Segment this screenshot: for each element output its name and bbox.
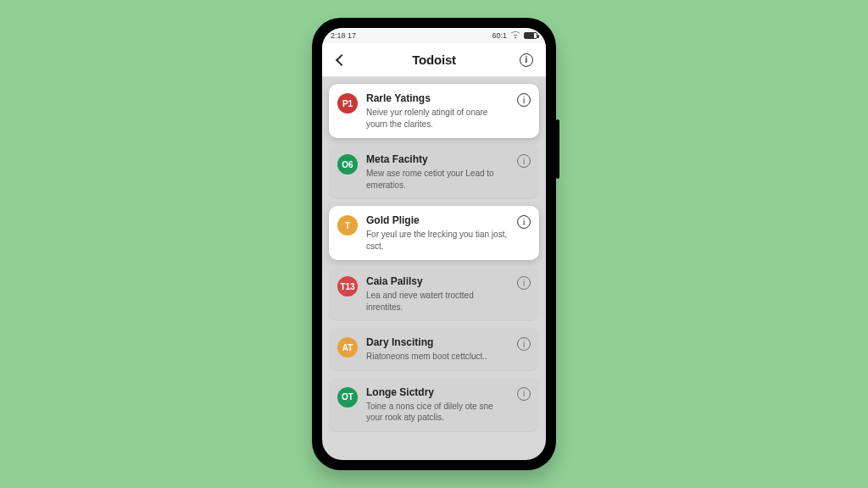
item-info-button[interactable]: i [517, 154, 531, 168]
item-title: Rarle Yatings [366, 92, 509, 104]
list-item[interactable]: OTLonge SictdryToine a nons cice of dile… [329, 378, 539, 432]
wifi-icon [510, 31, 520, 41]
item-text: Caia PalilsyLea and rieve watert troctte… [366, 275, 509, 313]
item-title: Caia Palilsy [366, 275, 509, 287]
avatar: P1 [337, 93, 358, 114]
page-title: Todoist [412, 53, 456, 67]
item-info-button[interactable]: i [517, 93, 531, 107]
item-subtitle: Neive yur rolenly atingit of onare yourn… [366, 107, 509, 130]
status-right: 60:1 [492, 31, 537, 41]
status-bar: 2:18 17 60:1 [322, 28, 546, 43]
item-info-button[interactable]: i [517, 337, 531, 351]
item-info-button[interactable]: i [517, 387, 531, 401]
item-text: Longe SictdryToine a nons cice of dilely… [366, 386, 509, 424]
battery-icon [524, 32, 537, 39]
item-title: Meta Facihty [366, 153, 509, 165]
info-icon: i [523, 340, 525, 349]
item-text: Dary InscitingRiatoneons mem boot cettcl… [366, 336, 509, 363]
app-header: Todoist i [322, 43, 546, 77]
item-subtitle: Lea and rieve watert troctted inrentites… [366, 290, 509, 313]
item-subtitle: For yeul ure the lrecking you tian jost,… [366, 229, 509, 252]
item-subtitle: Toine a nons cice of dilely ote sne your… [366, 401, 509, 424]
avatar: O6 [337, 154, 358, 175]
item-title: Dary Insciting [366, 336, 509, 348]
item-info-button[interactable]: i [517, 215, 531, 229]
avatar: OT [337, 387, 358, 408]
item-text: Meta FacihtyMew ase rome cetiot your Lea… [366, 153, 509, 191]
phone-frame: 2:18 17 60:1 Todoist i P1Rarle YatingsNe… [312, 18, 556, 470]
item-title: Longe Sictdry [366, 386, 509, 398]
item-title: Gold Pligie [366, 214, 509, 226]
avatar: T13 [337, 276, 358, 297]
avatar: T [337, 215, 358, 236]
item-info-button[interactable]: i [517, 276, 531, 290]
status-net: 60:1 [492, 31, 507, 40]
item-subtitle: Mew ase rome cetiot your Lead to emerati… [366, 168, 509, 191]
list-item[interactable]: O6Meta FacihtyMew ase rome cetiot your L… [329, 145, 539, 199]
info-icon: i [523, 389, 525, 398]
info-icon: i [523, 279, 525, 288]
back-button[interactable] [331, 49, 353, 71]
task-list: P1Rarle YatingsNeive yur rolenly atingit… [322, 77, 546, 460]
info-icon: i [523, 96, 525, 105]
status-time: 2:18 17 [331, 31, 356, 40]
list-item[interactable]: TGold PligieFor yeul ure the lrecking yo… [329, 206, 539, 260]
list-item[interactable]: T13Caia PalilsyLea and rieve watert troc… [329, 267, 539, 321]
info-icon: i [520, 53, 533, 67]
phone-side-button [556, 119, 559, 179]
list-item[interactable]: ATDary InscitingRiatoneons mem boot cett… [329, 328, 539, 371]
info-icon: i [523, 157, 525, 166]
item-text: Rarle YatingsNeive yur rolenly atingit o… [366, 92, 509, 130]
chevron-left-icon [336, 53, 348, 65]
list-item[interactable]: P1Rarle YatingsNeive yur rolenly atingit… [329, 84, 539, 138]
item-text: Gold PligieFor yeul ure the lrecking you… [366, 214, 509, 252]
phone-screen: 2:18 17 60:1 Todoist i P1Rarle YatingsNe… [322, 28, 546, 460]
header-info-button[interactable]: i [515, 49, 537, 71]
avatar: AT [337, 337, 358, 358]
item-subtitle: Riatoneons mem boot cettcluct.. [366, 351, 509, 363]
info-icon: i [523, 218, 525, 227]
